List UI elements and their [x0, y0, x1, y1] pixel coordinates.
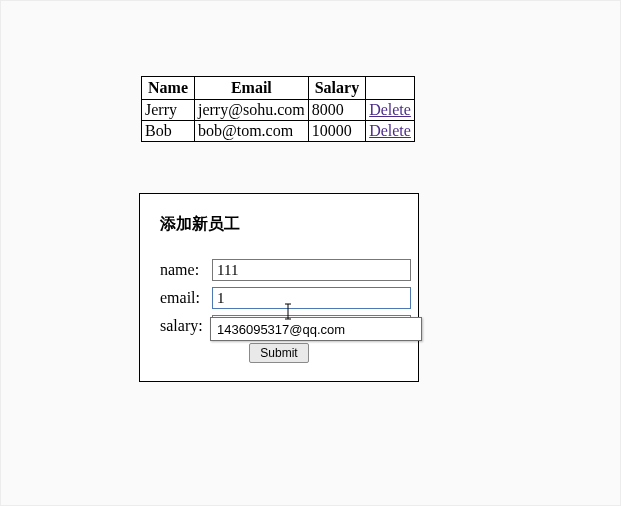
- col-action: [366, 77, 415, 100]
- col-name: Name: [142, 77, 195, 100]
- table-row: Bob bob@tom.com 10000 Delete: [142, 121, 415, 142]
- col-email: Email: [194, 77, 308, 100]
- delete-link[interactable]: Delete: [369, 122, 411, 139]
- form-title: 添加新员工: [160, 214, 398, 235]
- submit-button[interactable]: Submit: [249, 343, 308, 363]
- add-employee-form: 添加新员工 name: email: salary: Submit: [139, 193, 419, 382]
- row-email: email:: [160, 287, 398, 309]
- cell-email: bob@tom.com: [194, 121, 308, 142]
- row-name: name:: [160, 259, 398, 281]
- cell-email: jerry@sohu.com: [194, 100, 308, 121]
- salary-label: salary:: [160, 317, 212, 335]
- cell-name: Bob: [142, 121, 195, 142]
- employee-table: Name Email Salary Jerry jerry@sohu.com 8…: [141, 76, 415, 142]
- table-header-row: Name Email Salary: [142, 77, 415, 100]
- email-label: email:: [160, 289, 212, 307]
- email-autocomplete-suggestion[interactable]: 1436095317@qq.com: [210, 317, 422, 341]
- delete-link[interactable]: Delete: [369, 101, 411, 118]
- cell-salary: 10000: [308, 121, 365, 142]
- email-input[interactable]: [212, 287, 411, 309]
- table-row: Jerry jerry@sohu.com 8000 Delete: [142, 100, 415, 121]
- cell-salary: 8000: [308, 100, 365, 121]
- cell-name: Jerry: [142, 100, 195, 121]
- name-input[interactable]: [212, 259, 411, 281]
- col-salary: Salary: [308, 77, 365, 100]
- page: Name Email Salary Jerry jerry@sohu.com 8…: [0, 0, 621, 506]
- submit-row: Submit: [160, 343, 398, 363]
- name-label: name:: [160, 261, 212, 279]
